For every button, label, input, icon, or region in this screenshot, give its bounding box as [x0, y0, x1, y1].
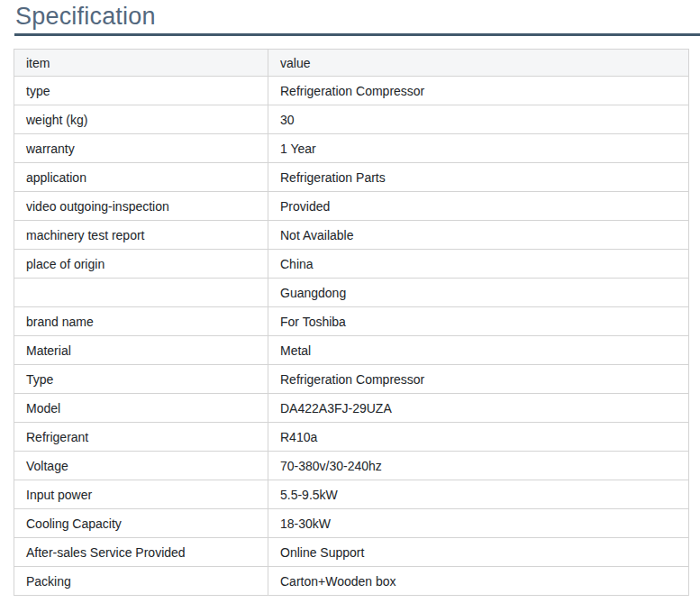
- table-row: warranty1 Year: [14, 134, 689, 163]
- value-cell: R410a: [268, 423, 689, 452]
- table-row: typeRefrigeration Compressor: [14, 77, 689, 105]
- item-cell: place of origin: [14, 250, 268, 279]
- table-row: Guangdong: [14, 279, 689, 307]
- column-header-item: item: [14, 50, 268, 77]
- specification-table: item value typeRefrigeration Compressorw…: [14, 49, 689, 596]
- value-cell: Carton+Wooden box: [268, 567, 689, 596]
- header-row: item value: [14, 50, 689, 77]
- item-cell: Model: [14, 394, 268, 423]
- page-title: Specification: [0, 0, 700, 30]
- value-cell: 18-30kW: [268, 509, 689, 538]
- table-row: PackingCarton+Wooden box: [14, 567, 689, 596]
- value-cell: 1 Year: [268, 134, 689, 163]
- value-cell: Refrigeration Parts: [268, 163, 689, 192]
- value-cell: Online Support: [268, 538, 689, 567]
- item-cell: weight (kg): [14, 105, 268, 134]
- column-header-value: value: [268, 50, 689, 77]
- item-cell: Packing: [14, 567, 268, 596]
- item-cell: Refrigerant: [14, 423, 268, 452]
- item-cell: After-sales Service Provided: [14, 538, 268, 567]
- item-cell: Cooling Capacity: [14, 509, 268, 538]
- value-cell: Refrigeration Compressor: [268, 77, 689, 105]
- item-cell: Input power: [14, 480, 268, 509]
- table-row: Input power5.5-9.5kW: [14, 480, 689, 509]
- item-cell: brand name: [14, 307, 268, 336]
- table-row: weight (kg)30: [14, 105, 689, 134]
- value-cell: 70-380v/30-240hz: [268, 452, 689, 480]
- value-cell: Provided: [268, 192, 689, 221]
- item-cell: Type: [14, 365, 268, 394]
- item-cell: Material: [14, 336, 268, 365]
- table-row: machinery test reportNot Available: [14, 221, 689, 250]
- table-row: Cooling Capacity18-30kW: [14, 509, 689, 538]
- title-underline: [14, 33, 700, 36]
- item-cell: [14, 279, 268, 307]
- value-cell: Not Available: [268, 221, 689, 250]
- item-cell: application: [14, 163, 268, 192]
- table-row: TypeRefrigeration Compressor: [14, 365, 689, 394]
- value-cell: China: [268, 250, 689, 279]
- value-cell: For Toshiba: [268, 307, 689, 336]
- item-cell: video outgoing-inspection: [14, 192, 268, 221]
- item-cell: Voltage: [14, 452, 268, 480]
- value-cell: 5.5-9.5kW: [268, 480, 689, 509]
- item-cell: type: [14, 77, 268, 105]
- table-row: applicationRefrigeration Parts: [14, 163, 689, 192]
- specification-table-header: item value: [14, 50, 689, 77]
- table-row: Voltage70-380v/30-240hz: [14, 452, 689, 480]
- value-cell: DA422A3FJ-29UZA: [268, 394, 689, 423]
- table-row: MaterialMetal: [14, 336, 689, 365]
- value-cell: Refrigeration Compressor: [268, 365, 689, 394]
- table-row: place of originChina: [14, 250, 689, 279]
- table-row: After-sales Service ProvidedOnline Suppo…: [14, 538, 689, 567]
- value-cell: 30: [268, 105, 689, 134]
- table-row: video outgoing-inspectionProvided: [14, 192, 689, 221]
- table-row: ModelDA422A3FJ-29UZA: [14, 394, 689, 423]
- specification-table-body: typeRefrigeration Compressorweight (kg)3…: [14, 77, 689, 596]
- item-cell: machinery test report: [14, 221, 268, 250]
- value-cell: Metal: [268, 336, 689, 365]
- table-row: brand nameFor Toshiba: [14, 307, 689, 336]
- item-cell: warranty: [14, 134, 268, 163]
- table-row: RefrigerantR410a: [14, 423, 689, 452]
- value-cell: Guangdong: [268, 279, 689, 307]
